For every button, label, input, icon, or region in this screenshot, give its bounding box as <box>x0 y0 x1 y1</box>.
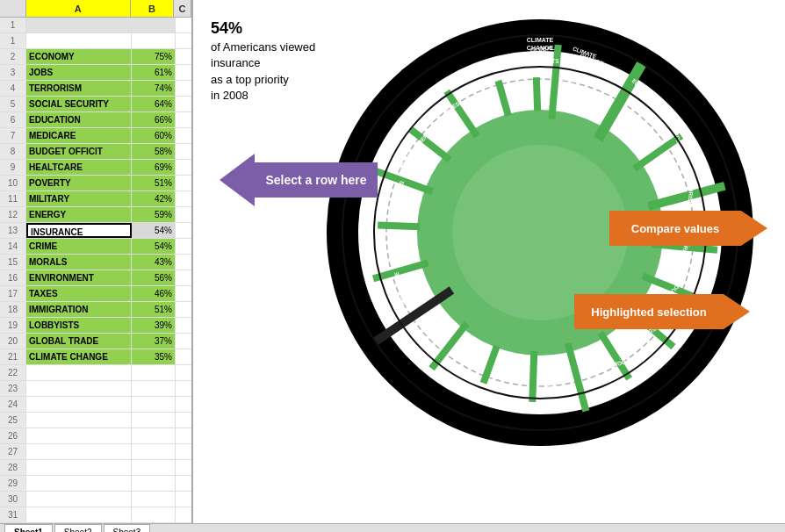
cell-b[interactable] <box>132 365 176 380</box>
cell-b[interactable]: 75% <box>132 49 176 64</box>
table-row[interactable]: 30 <box>0 492 191 507</box>
table-row[interactable]: 3JOBS61% <box>0 65 191 81</box>
cell-b[interactable]: 43% <box>132 255 176 270</box>
table-row[interactable]: 28 <box>0 460 191 476</box>
cell-a[interactable]: ECONOMY <box>26 49 132 64</box>
tab-sheet2[interactable]: Sheet2 <box>54 524 102 532</box>
cell-b[interactable]: 74% <box>132 81 176 96</box>
cell-b[interactable]: 69% <box>132 160 176 175</box>
table-row[interactable]: 6EDUCATION66% <box>0 112 191 128</box>
cell-a[interactable] <box>26 444 132 459</box>
cell-b[interactable] <box>132 460 176 475</box>
cell-a[interactable]: CRIME <box>26 239 132 254</box>
table-row[interactable]: 13INSURANCE54% <box>0 223 191 239</box>
cell-a[interactable] <box>26 397 132 412</box>
cell-a[interactable] <box>26 381 132 396</box>
cell-b[interactable]: 64% <box>132 97 176 111</box>
table-row[interactable]: 17TAXES46% <box>0 286 191 302</box>
cell-b[interactable] <box>132 413 176 428</box>
cell-b[interactable] <box>132 381 176 396</box>
cell-b[interactable]: 61% <box>132 65 176 80</box>
cell-a[interactable] <box>26 492 132 507</box>
cell-a[interactable]: HEALTCARE <box>26 160 132 175</box>
cell-b[interactable]: 58% <box>132 144 176 159</box>
cell-b[interactable]: 59% <box>132 207 176 222</box>
cell-a[interactable]: GLOBAL TRADE <box>26 334 132 349</box>
cell-a[interactable]: IMMIGRATION <box>26 302 132 317</box>
cell-b[interactable]: 54% <box>132 223 176 238</box>
cell-b[interactable]: 46% <box>132 286 176 301</box>
cell-b1[interactable] <box>132 18 176 32</box>
cell-a[interactable]: LOBBYISTS <box>26 318 132 333</box>
cell-a[interactable] <box>26 413 132 428</box>
cell-a[interactable]: TAXES <box>26 286 132 301</box>
table-row[interactable]: 25 <box>0 413 191 428</box>
cell-a[interactable] <box>26 507 132 522</box>
table-row[interactable]: 14CRIME54% <box>0 239 191 255</box>
table-row[interactable]: 20GLOBAL TRADE37% <box>0 334 191 349</box>
cell-a[interactable]: ENERGY <box>26 207 132 222</box>
cell-b[interactable] <box>132 492 176 507</box>
cell-a[interactable] <box>26 428 132 443</box>
cell-b[interactable] <box>132 444 176 459</box>
table-row[interactable]: 21CLIMATE CHANGE35% <box>0 349 191 365</box>
cell-a[interactable]: MILITARY <box>26 191 132 206</box>
tab-sheet3[interactable]: Sheet3 <box>104 524 151 532</box>
svg-text:MORALS: MORALS <box>390 179 405 205</box>
table-row[interactable]: 8BUDGET OFFICIT58% <box>0 144 191 160</box>
table-row[interactable]: 1 <box>0 33 191 49</box>
table-row[interactable]: 2ECONOMY75% <box>0 49 191 65</box>
table-row[interactable]: 16ENVIRONMENT56% <box>0 270 191 286</box>
cell-b[interactable]: 35% <box>132 349 176 364</box>
cell-b[interactable]: 54% <box>132 239 176 254</box>
cell-b[interactable]: 66% <box>132 112 176 127</box>
cell-a[interactable] <box>26 33 132 48</box>
cell-a[interactable]: JOBS <box>26 65 132 80</box>
table-row[interactable]: 7MEDICARE60% <box>0 128 191 144</box>
cell-a[interactable]: SOCIAL SECURITY <box>26 97 132 111</box>
table-row[interactable]: 31 <box>0 507 191 523</box>
cell-a[interactable]: ENVIRONMENT <box>26 270 132 285</box>
cell-b[interactable]: 42% <box>132 191 176 206</box>
table-row[interactable]: 26 <box>0 428 191 444</box>
table-row[interactable]: 15MORALS43% <box>0 255 191 270</box>
cell-a[interactable] <box>26 365 132 380</box>
cell-a[interactable]: MORALS <box>26 255 132 270</box>
cell-a[interactable]: EDUCATION <box>26 112 132 127</box>
table-row[interactable]: 24 <box>0 397 191 413</box>
cell-a[interactable]: BUDGET OFFICIT <box>26 144 132 159</box>
cell-b[interactable]: 51% <box>132 302 176 317</box>
cell-b[interactable]: 60% <box>132 128 176 143</box>
cell-b[interactable]: 56% <box>132 270 176 285</box>
table-row[interactable]: 19LOBBYISTS39% <box>0 318 191 334</box>
cell-b[interactable]: 51% <box>132 176 176 191</box>
cell-a[interactable]: TERRORISM <box>26 81 132 96</box>
table-row[interactable]: 5SOCIAL SECURITY64% <box>0 97 191 112</box>
table-row[interactable]: 27 <box>0 444 191 460</box>
cell-b[interactable] <box>132 428 176 443</box>
cell-a[interactable]: CLIMATE CHANGE <box>26 349 132 364</box>
cell-a1[interactable] <box>26 18 132 32</box>
cell-b[interactable] <box>132 33 176 48</box>
cell-b[interactable] <box>132 507 176 522</box>
table-row[interactable]: 23 <box>0 381 191 397</box>
table-row[interactable]: 10POVERTY51% <box>0 176 191 191</box>
cell-a[interactable]: POVERTY <box>26 176 132 191</box>
table-row[interactable]: 1 <box>0 18 191 33</box>
table-row[interactable]: 12ENERGY59% <box>0 207 191 223</box>
cell-a[interactable]: MEDICARE <box>26 128 132 143</box>
cell-b[interactable]: 39% <box>132 318 176 333</box>
cell-b[interactable] <box>132 476 176 491</box>
cell-a[interactable] <box>26 460 132 475</box>
table-row[interactable]: 11MILITARY42% <box>0 191 191 207</box>
table-row[interactable]: 22 <box>0 365 191 381</box>
cell-a[interactable] <box>26 476 132 491</box>
cell-b[interactable]: 37% <box>132 334 176 349</box>
cell-a[interactable]: INSURANCE <box>26 223 132 238</box>
table-row[interactable]: 4TERRORISM74% <box>0 81 191 97</box>
tab-sheet1[interactable]: Sheet1 <box>4 524 53 532</box>
table-row[interactable]: 9HEALTCARE69% <box>0 160 191 176</box>
cell-b[interactable] <box>132 397 176 412</box>
table-row[interactable]: 18IMMIGRATION51% <box>0 302 191 318</box>
table-row[interactable]: 29 <box>0 476 191 492</box>
